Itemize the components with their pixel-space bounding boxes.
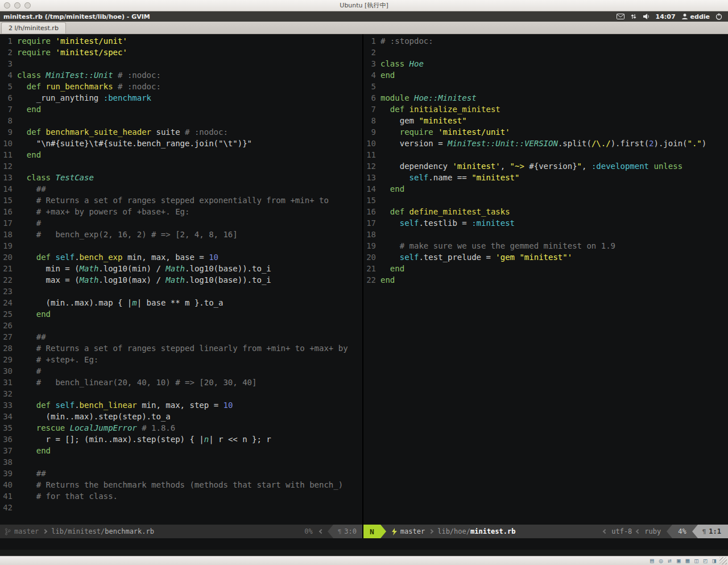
line-number: 16 — [0, 206, 17, 217]
sync-arrows-icon[interactable] — [630, 13, 637, 20]
code-text: class Hoe — [380, 58, 728, 69]
mail-icon[interactable] — [617, 14, 624, 19]
code-line: 34 (min..max).step(step).to_a — [0, 411, 362, 422]
line-number: 3 — [363, 58, 380, 69]
window-close-button[interactable] — [4, 2, 10, 9]
code-text — [17, 456, 362, 468]
pane-benchmark-rb: 1require 'minitest/unit'2require 'minite… — [0, 34, 362, 538]
code-line: 11 end — [0, 149, 362, 160]
code-text: def benchmark_suite_header suite # :nodo… — [17, 126, 362, 138]
session-power-icon[interactable] — [715, 13, 722, 20]
user-menu[interactable]: eddie — [681, 13, 710, 20]
network-icon[interactable]: ⇄ — [668, 557, 672, 565]
window-maximize-button[interactable] — [24, 2, 31, 9]
line-number: 19 — [363, 240, 380, 251]
code-line: 30 # — [0, 365, 362, 377]
code-line: 27 ## — [0, 331, 362, 343]
code-line: 37 end — [0, 445, 362, 456]
shared-folder-icon[interactable]: ▦ — [686, 557, 690, 565]
optical-disc-icon[interactable]: ◎ — [659, 557, 663, 565]
code-line: 33 def self.bench_linear min, max, step … — [0, 399, 362, 411]
code-line: 25 end — [0, 308, 362, 320]
code-text: def run_benchmarks # :nodoc: — [17, 81, 362, 92]
code-text: "\n#{suite}\t#{suite.bench_range.join("\… — [17, 138, 362, 149]
code-line: 26 — [0, 320, 362, 331]
code-line: 23 — [0, 286, 362, 297]
code-text: _run_anything :benchmark — [17, 92, 362, 104]
code-text: ## — [17, 468, 362, 479]
line-number: 35 — [0, 422, 17, 434]
code-text: # bench_exp(2, 16, 2) # => [2, 4, 8, 16] — [17, 229, 362, 240]
code-text: min = (Math.log10(min) / Math.log10(base… — [17, 263, 362, 274]
code-text: ## — [17, 331, 362, 343]
line-number: 26 — [0, 320, 17, 331]
code-line: 18 # bench_exp(2, 16, 2) # => [2, 4, 8, … — [0, 229, 362, 240]
code-line: 17 self.testlib = :minitest — [363, 217, 728, 229]
line-number: 36 — [0, 434, 17, 445]
git-branch-label: master — [400, 525, 425, 538]
code-line: 21 end — [363, 263, 728, 274]
code-text — [380, 195, 728, 206]
code-text: end — [380, 183, 728, 195]
code-line: 1# :stopdoc: — [363, 35, 728, 47]
code-line: 14 ## — [0, 183, 362, 195]
line-number: 20 — [0, 251, 17, 263]
code-text: require 'minitest/spec' — [17, 47, 362, 58]
line-number: 22 — [0, 274, 17, 286]
pane-minitest-rb: 1# :stopdoc:23class Hoe4end56module Hoe:… — [363, 34, 728, 538]
code-line: 31 # bench_linear(20, 40, 10) # => [20, … — [0, 377, 362, 388]
vim-command-line[interactable] — [0, 538, 728, 550]
line-number: 37 — [0, 445, 17, 456]
line-number: 5 — [363, 81, 380, 92]
code-text — [17, 388, 362, 399]
mouse-integration-icon[interactable]: ◨ — [712, 557, 716, 565]
git-branch-icon — [5, 528, 11, 535]
scroll-percent-label: 4% — [672, 525, 692, 538]
chevron-left-icon — [603, 529, 607, 534]
line-number: 7 — [363, 104, 380, 115]
line-number: 30 — [0, 365, 17, 377]
line-number: 10 — [0, 138, 17, 149]
code-text: # Returns the benchmark methods (methods… — [17, 479, 362, 490]
clipboard-icon[interactable]: ◫ — [694, 557, 698, 565]
line-number: 13 — [0, 172, 17, 183]
code-text: module Hoe::Minitest — [380, 92, 728, 104]
user-icon — [681, 13, 688, 20]
usb-icon[interactable]: ▣ — [677, 557, 681, 565]
window-controls — [0, 2, 31, 9]
git-branch-label: master — [14, 525, 39, 538]
mode-indicator: N — [363, 525, 380, 538]
powerline-separator-icon — [328, 525, 333, 538]
code-text: gem "minitest" — [380, 115, 728, 126]
volume-icon[interactable] — [643, 13, 650, 20]
scroll-percent-label: 0% — [304, 525, 315, 538]
line-number: 42 — [0, 502, 17, 513]
tab-minitest-rb[interactable]: 2 l/h/minitest.rb — [1, 22, 66, 34]
line-number: 12 — [0, 160, 17, 172]
code-text: # — [17, 365, 362, 377]
clock-label[interactable]: 14:07 — [656, 13, 676, 20]
line-number: 17 — [363, 217, 380, 229]
code-line: 36 r = []; (min..max).step(step) { |n| r… — [0, 434, 362, 445]
hdd-icon[interactable]: ▤ — [650, 557, 654, 565]
code-text: dependency 'minitest', "~> #{version}", … — [380, 160, 728, 172]
code-text: def initialize_minitest — [380, 104, 728, 115]
gvim-window-title: minitest.rb (/tmp/minitest/lib/hoe) - GV… — [0, 13, 617, 20]
display-icon[interactable]: ◰ — [704, 557, 708, 565]
code-line: 5 def run_benchmarks # :nodoc: — [0, 81, 362, 92]
right-code-area[interactable]: 1# :stopdoc:23class Hoe4end56module Hoe:… — [363, 34, 728, 525]
code-text: end — [17, 445, 362, 456]
line-number: 20 — [363, 251, 380, 263]
code-text — [17, 115, 362, 126]
line-number: 21 — [363, 263, 380, 274]
powerline-separator-icon — [380, 525, 386, 538]
left-code-area[interactable]: 1require 'minitest/unit'2require 'minite… — [0, 34, 362, 525]
line-number: 8 — [363, 115, 380, 126]
code-line: 10 "\n#{suite}\t#{suite.bench_range.join… — [0, 138, 362, 149]
indicator-area: 14:07 eddie — [617, 13, 728, 20]
code-text: r = []; (min..max).step(step) { |n| r <<… — [17, 434, 362, 445]
window-minimize-button[interactable] — [14, 2, 20, 9]
code-text: # bench_linear(20, 40, 10) # => [20, 30,… — [17, 377, 362, 388]
code-text — [380, 149, 728, 160]
resize-grip[interactable] — [719, 557, 727, 564]
